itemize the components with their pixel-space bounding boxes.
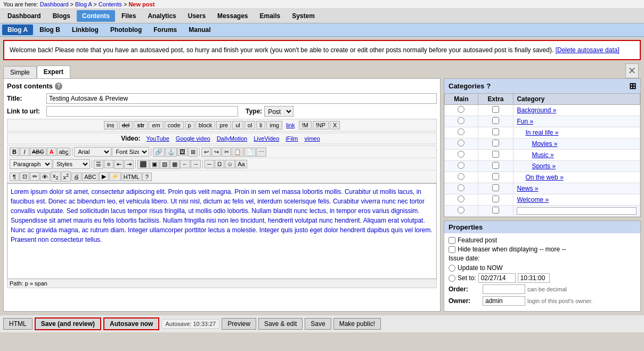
- rte-size-select[interactable]: Font Size: [112, 147, 149, 157]
- radio-inreallife-main[interactable]: [458, 128, 464, 135]
- rte-align-center[interactable]: ▣: [150, 160, 159, 169]
- subnav-bloga[interactable]: Blog A: [2, 25, 33, 35]
- rte-table2[interactable]: ⊡: [20, 172, 29, 181]
- btn-link[interactable]: link: [283, 121, 298, 129]
- cat-ontheweb[interactable]: On the web »: [517, 174, 563, 181]
- rte-anchor[interactable]: ⚓: [165, 148, 177, 157]
- radio-fun-main[interactable]: [458, 117, 464, 124]
- nav-system[interactable]: System: [287, 10, 320, 22]
- rte-font-select[interactable]: Arial: [74, 147, 111, 157]
- check-music-extra[interactable]: [492, 151, 499, 158]
- nav-files[interactable]: Files: [116, 10, 141, 22]
- btn-im[interactable]: !M: [299, 121, 312, 129]
- rte-preview2[interactable]: 👁: [40, 173, 50, 181]
- save-button[interactable]: Save: [305, 318, 331, 330]
- categories-help-icon[interactable]: ?: [486, 82, 491, 90]
- btn-googlevideo[interactable]: Google video: [173, 135, 213, 142]
- radio-music-main[interactable]: [458, 151, 464, 158]
- radio-welcome-main[interactable]: [458, 195, 464, 202]
- breadcrumb-dashboard[interactable]: Dashboard: [40, 1, 69, 7]
- check-welcome-extra[interactable]: [492, 195, 499, 202]
- btn-block[interactable]: block: [195, 121, 216, 129]
- cat-music[interactable]: Music »: [517, 151, 553, 159]
- rte-flash[interactable]: ⚡: [109, 172, 121, 181]
- cat-fun[interactable]: Fun »: [517, 118, 533, 125]
- radio-movies-main[interactable]: [458, 140, 464, 146]
- check-sports-extra[interactable]: [492, 162, 499, 169]
- rte-link[interactable]: 🔗: [153, 148, 165, 157]
- rte-style-select[interactable]: Styles: [53, 159, 90, 169]
- make-public-button[interactable]: Make public!: [333, 318, 381, 330]
- radio-new-main[interactable]: [458, 207, 464, 214]
- btn-ifilm[interactable]: iFilm: [283, 135, 300, 142]
- rte-ulist[interactable]: ☰: [94, 160, 103, 169]
- delete-autosave-link[interactable]: [Delete autosave data]: [556, 46, 619, 54]
- rte-media[interactable]: ▶: [99, 172, 109, 181]
- owner-input[interactable]: [483, 296, 525, 306]
- btn-ins[interactable]: ins: [104, 121, 118, 129]
- nav-analytics[interactable]: Analytics: [142, 10, 181, 22]
- subnav-forums[interactable]: Forums: [148, 25, 182, 35]
- nav-blogs[interactable]: Blogs: [47, 10, 76, 22]
- check-ontheweb-extra[interactable]: [492, 173, 499, 180]
- subnav-photoblog[interactable]: Photoblog: [105, 25, 147, 35]
- rte-spell[interactable]: ABC: [82, 173, 99, 181]
- btn-p[interactable]: p: [185, 121, 194, 129]
- rte-charmap[interactable]: Aa: [235, 160, 247, 168]
- editor-area[interactable]: Lorem ipsum dolor sit amet, consectetur …: [7, 183, 437, 279]
- rte-emoticon[interactable]: ☺: [225, 160, 235, 168]
- check-fun-extra[interactable]: [492, 117, 499, 124]
- btn-vimeo[interactable]: vimeo: [301, 135, 322, 142]
- rte-outdent[interactable]: ⇤: [114, 160, 124, 169]
- rte-highlight[interactable]: abc: [57, 148, 71, 156]
- nav-contents[interactable]: Contents: [77, 10, 115, 22]
- btn-livevideo[interactable]: LiveVideo: [251, 135, 282, 142]
- nav-messages[interactable]: Messages: [212, 10, 253, 22]
- rte-hr[interactable]: ─: [205, 160, 214, 168]
- radio-sports-main[interactable]: [458, 162, 464, 169]
- hide-teaser-checkbox[interactable]: [449, 246, 455, 253]
- radio-ontheweb-main[interactable]: [458, 173, 464, 180]
- btn-x[interactable]: X: [330, 121, 340, 129]
- breadcrumb-bloga[interactable]: Blog A: [75, 1, 92, 7]
- subnav-linkblog[interactable]: Linkblog: [67, 25, 104, 35]
- set-to-date-input[interactable]: [478, 273, 516, 283]
- order-input[interactable]: [483, 284, 525, 294]
- subnav-blogb[interactable]: Blog B: [34, 25, 66, 35]
- rte-image[interactable]: 🖼: [177, 148, 188, 156]
- cat-news[interactable]: News »: [517, 185, 538, 192]
- btn-dailymotion[interactable]: DailyMotion: [214, 135, 250, 142]
- radio-background-main[interactable]: [458, 106, 464, 113]
- btn-code[interactable]: code: [165, 121, 184, 129]
- html-button[interactable]: HTML: [3, 318, 32, 330]
- btn-str[interactable]: str: [134, 121, 148, 129]
- rte-align-left[interactable]: ⬛: [137, 160, 149, 169]
- autosave-now-button[interactable]: Autosave now: [103, 317, 159, 330]
- cat-background[interactable]: Background »: [517, 107, 556, 114]
- rte-special[interactable]: Ω: [215, 160, 224, 168]
- btn-pre[interactable]: pre: [216, 121, 231, 129]
- rte-ltr[interactable]: ←: [180, 160, 190, 168]
- featured-checkbox[interactable]: [449, 237, 455, 244]
- rte-copy[interactable]: 📋: [232, 148, 243, 157]
- rte-redo[interactable]: ↪: [211, 148, 221, 157]
- rte-sup[interactable]: x2: [61, 172, 71, 182]
- rte-bold[interactable]: B: [10, 148, 19, 156]
- cat-movies[interactable]: Movies »: [517, 140, 557, 148]
- rte-source[interactable]: HTML: [121, 173, 142, 181]
- type-select[interactable]: Post Page: [264, 106, 294, 117]
- post-help-icon[interactable]: ?: [55, 83, 62, 90]
- preview-button[interactable]: Preview: [222, 318, 256, 330]
- check-background-extra[interactable]: [492, 106, 499, 113]
- rte-justify[interactable]: ▦: [170, 160, 180, 169]
- check-news-extra[interactable]: [492, 184, 499, 191]
- rte-showblocks[interactable]: ¶: [10, 173, 19, 181]
- rte-para-select[interactable]: Paragraph: [10, 159, 52, 169]
- breadcrumb-contents[interactable]: Contents: [99, 1, 122, 7]
- check-movies-extra[interactable]: [492, 140, 499, 146]
- rte-italic[interactable]: I: [20, 148, 29, 156]
- btn-del[interactable]: del: [119, 121, 133, 129]
- rte-sub[interactable]: x2: [51, 172, 61, 182]
- set-to-time-input[interactable]: [518, 273, 550, 283]
- btn-youtube[interactable]: YouTube: [144, 135, 172, 142]
